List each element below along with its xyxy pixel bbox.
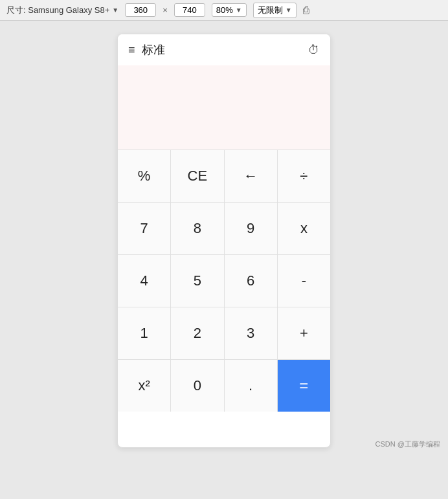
- menu-icon[interactable]: ≡: [128, 43, 135, 57]
- screenshot-icon[interactable]: ⎙: [303, 5, 309, 16]
- limit-chevron: ▼: [286, 6, 292, 14]
- calc-btn-4[interactable]: 4: [118, 255, 170, 307]
- calc-btn-0[interactable]: 0: [171, 360, 223, 412]
- calc-btn-CE[interactable]: CE: [171, 150, 223, 202]
- calc-btn-_[interactable]: ←: [225, 150, 277, 202]
- calc-btn-_[interactable]: +: [278, 307, 330, 359]
- device-label: 尺寸: Samsung Galaxy S8+: [6, 5, 109, 16]
- calc-btn-3[interactable]: 3: [225, 307, 277, 359]
- phone-frame: ≡ 标准 ⏱ %CE←÷789x456-123+x²0.=: [117, 34, 331, 448]
- device-selector[interactable]: 尺寸: Samsung Galaxy S8+ ▼: [6, 5, 118, 16]
- calc-btn-x[interactable]: x: [278, 203, 330, 254]
- calc-btn-6[interactable]: 6: [225, 255, 277, 307]
- calc-btn-5[interactable]: 5: [171, 255, 223, 307]
- calc-btn-8[interactable]: 8: [171, 203, 223, 254]
- header-left: ≡ 标准: [128, 42, 165, 58]
- height-input[interactable]: [174, 3, 205, 17]
- calc-btn-1[interactable]: 1: [118, 307, 170, 359]
- calc-title: 标准: [142, 42, 165, 58]
- zoom-label: 80%: [216, 5, 233, 15]
- calc-btn-7[interactable]: 7: [118, 203, 170, 254]
- calc-btn-_[interactable]: ÷: [278, 150, 330, 202]
- main-area: ≡ 标准 ⏱ %CE←÷789x456-123+x²0.= CSDN @工藤学编…: [0, 21, 448, 454]
- watermark: CSDN @工藤学编程: [375, 439, 440, 449]
- calc-btn-x_[interactable]: x²: [118, 360, 170, 412]
- calc-btn-_[interactable]: .: [225, 360, 277, 412]
- limit-label: 无限制: [258, 5, 283, 16]
- calc-btn-9[interactable]: 9: [225, 203, 277, 254]
- history-icon[interactable]: ⏱: [308, 43, 320, 57]
- calc-display: [118, 65, 330, 150]
- toolbar: 尺寸: Samsung Galaxy S8+ ▼ × 80% ▼ 无限制 ▼ ⎙: [0, 0, 448, 21]
- width-input[interactable]: [125, 3, 156, 17]
- device-chevron: ▼: [112, 6, 118, 14]
- calc-btn-_[interactable]: %: [118, 150, 170, 202]
- calc-header: ≡ 标准 ⏱: [118, 34, 330, 65]
- dimension-separator: ×: [162, 5, 168, 15]
- calc-grid: %CE←÷789x456-123+x²0.=: [118, 150, 330, 412]
- limit-dropdown[interactable]: 无限制 ▼: [253, 3, 297, 18]
- calc-btn-_[interactable]: -: [278, 255, 330, 307]
- zoom-dropdown[interactable]: 80% ▼: [212, 3, 247, 17]
- calc-btn-2[interactable]: 2: [171, 307, 223, 359]
- calc-btn-_[interactable]: =: [278, 360, 330, 412]
- zoom-chevron: ▼: [236, 6, 242, 14]
